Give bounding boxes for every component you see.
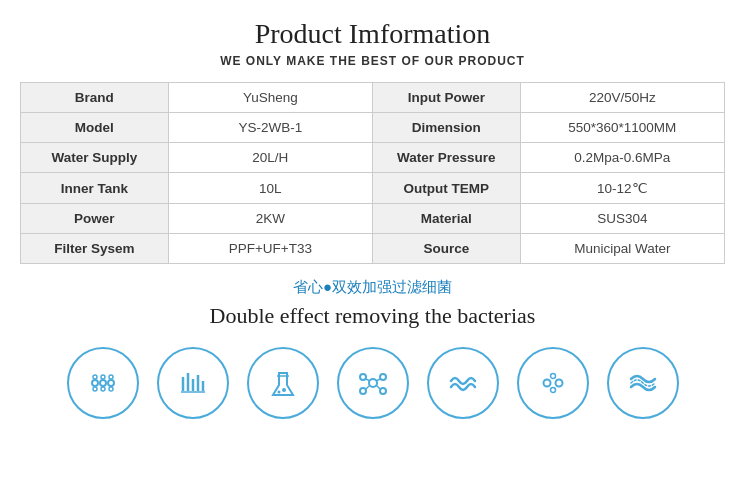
value-cell: YS-2WB-1 xyxy=(168,113,372,143)
value-cell: 0.2Mpa-0.6MPa xyxy=(520,143,724,173)
svg-line-25 xyxy=(366,385,370,389)
value-cell: 10L xyxy=(168,173,372,204)
wave2-icon xyxy=(607,347,679,419)
svg-line-23 xyxy=(366,379,370,381)
table-row: Power 2KW Material SUS304 xyxy=(21,204,725,234)
page-wrapper: Product Imformation WE ONLY MAKE THE BES… xyxy=(0,0,745,439)
svg-point-4 xyxy=(101,375,105,379)
flask-icon xyxy=(247,347,319,419)
label-cell: Dimension xyxy=(372,113,520,143)
table-row: Brand YuSheng Input Power 220V/50Hz xyxy=(21,83,725,113)
svg-point-8 xyxy=(109,387,113,391)
svg-point-30 xyxy=(550,388,555,393)
svg-point-16 xyxy=(282,388,286,392)
svg-point-2 xyxy=(108,380,114,386)
svg-point-27 xyxy=(543,380,550,387)
value-cell: Municipal Water xyxy=(520,234,724,264)
svg-point-28 xyxy=(555,380,562,387)
chinese-text: 省心●双效加强过滤细菌 xyxy=(20,278,725,297)
value-cell: 20L/H xyxy=(168,143,372,173)
value-cell: 10-12℃ xyxy=(520,173,724,204)
label-cell: Input Power xyxy=(372,83,520,113)
table-row: Model YS-2WB-1 Dimension 550*360*1100MM xyxy=(21,113,725,143)
label-cell: Inner Tank xyxy=(21,173,169,204)
label-cell: Power xyxy=(21,204,169,234)
value-cell: 220V/50Hz xyxy=(520,83,724,113)
svg-point-7 xyxy=(101,387,105,391)
value-cell: 550*360*1100MM xyxy=(520,113,724,143)
svg-point-21 xyxy=(360,388,366,394)
svg-point-20 xyxy=(380,374,386,380)
svg-point-19 xyxy=(360,374,366,380)
molecule-icon xyxy=(337,347,409,419)
table-row: Water Supply 20L/H Water Pressure 0.2Mpa… xyxy=(21,143,725,173)
svg-line-26 xyxy=(376,385,380,389)
svg-point-6 xyxy=(93,387,97,391)
label-cell: Filter Sysem xyxy=(21,234,169,264)
page-subtitle: WE ONLY MAKE THE BEST OF OUR PRODUCT xyxy=(20,54,725,68)
value-cell: PPF+UF+T33 xyxy=(168,234,372,264)
value-cell: 2KW xyxy=(168,204,372,234)
label-cell: Material xyxy=(372,204,520,234)
svg-point-3 xyxy=(93,375,97,379)
dots2-icon xyxy=(517,347,589,419)
table-row: Inner Tank 10L Output TEMP 10-12℃ xyxy=(21,173,725,204)
icons-row xyxy=(20,347,725,419)
dots-icon xyxy=(67,347,139,419)
page-title: Product Imformation xyxy=(20,18,725,50)
bars-icon xyxy=(157,347,229,419)
wave-icon xyxy=(427,347,499,419)
value-cell: SUS304 xyxy=(520,204,724,234)
svg-point-5 xyxy=(109,375,113,379)
label-cell: Source xyxy=(372,234,520,264)
label-cell: Brand xyxy=(21,83,169,113)
svg-point-22 xyxy=(380,388,386,394)
label-cell: Water Supply xyxy=(21,143,169,173)
double-effect-text: Double effect removing the bacterias xyxy=(20,303,725,329)
svg-point-29 xyxy=(550,374,555,379)
table-row: Filter Sysem PPF+UF+T33 Source Municipal… xyxy=(21,234,725,264)
product-info-table: Brand YuSheng Input Power 220V/50Hz Mode… xyxy=(20,82,725,264)
svg-point-1 xyxy=(100,380,106,386)
svg-point-0 xyxy=(92,380,98,386)
svg-line-24 xyxy=(376,379,380,381)
label-cell: Model xyxy=(21,113,169,143)
svg-point-17 xyxy=(277,391,280,394)
label-cell: Output TEMP xyxy=(372,173,520,204)
value-cell: YuSheng xyxy=(168,83,372,113)
label-cell: Water Pressure xyxy=(372,143,520,173)
